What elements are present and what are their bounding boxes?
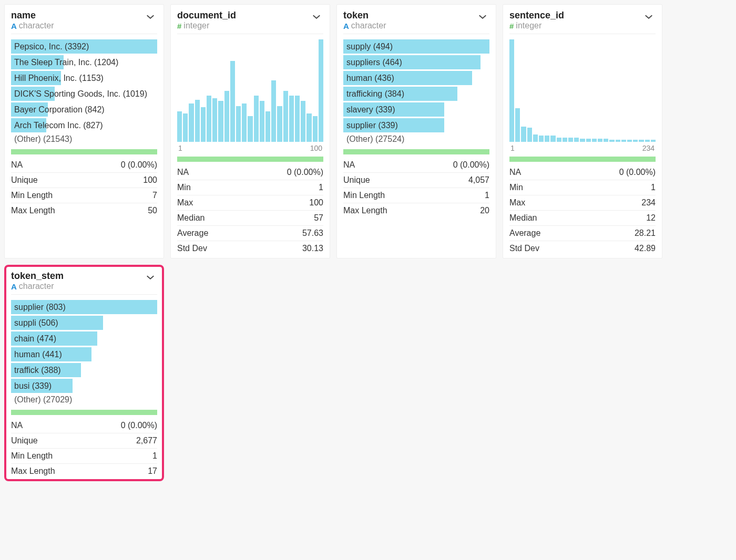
stat-label: Unique bbox=[11, 175, 38, 185]
type-label: character bbox=[19, 21, 54, 30]
value-bar[interactable]: human (441) bbox=[11, 347, 157, 361]
histogram-bar bbox=[177, 111, 182, 142]
value-bar[interactable]: Hill Phoenix, Inc. (1153) bbox=[11, 71, 157, 85]
chevron-down-icon[interactable] bbox=[642, 10, 656, 25]
bar-label: human (436) bbox=[343, 74, 394, 83]
stat-row: Average28.21 bbox=[509, 226, 656, 241]
stat-label: NA bbox=[177, 168, 189, 177]
histogram-bar bbox=[550, 136, 555, 142]
type-label: integer bbox=[516, 21, 541, 30]
stat-value: 7 bbox=[152, 191, 157, 200]
stat-value: 20 bbox=[480, 206, 489, 215]
type-label: character bbox=[351, 21, 386, 30]
histogram-bar bbox=[265, 111, 270, 142]
column-name: token bbox=[343, 10, 386, 21]
value-bar[interactable]: chain (474) bbox=[11, 331, 157, 346]
stat-label: Min bbox=[509, 183, 523, 192]
histogram-bar bbox=[201, 107, 206, 142]
stat-value: 100 bbox=[143, 175, 157, 185]
chevron-down-icon[interactable] bbox=[310, 10, 323, 25]
stat-label: Min Length bbox=[11, 451, 53, 461]
histogram-bar bbox=[509, 39, 514, 142]
stat-value: 0 (0.00%) bbox=[453, 160, 489, 170]
completeness-bar bbox=[177, 157, 323, 162]
column-card-sentence_id: sentence_id#integer1234NA0 (0.00%)Min1Ma… bbox=[503, 4, 662, 258]
histogram-bar bbox=[639, 140, 643, 142]
bar-label: Arch Telecom Inc. (827) bbox=[11, 121, 103, 130]
type-label: integer bbox=[183, 21, 209, 30]
column-name: document_id bbox=[177, 10, 236, 21]
value-bar[interactable]: suppliers (464) bbox=[343, 55, 489, 69]
histogram-bar bbox=[533, 134, 538, 142]
stat-row: Min1 bbox=[509, 180, 656, 195]
stat-row: Median57 bbox=[177, 211, 323, 226]
type-label: character bbox=[19, 282, 54, 291]
stat-label: Max Length bbox=[11, 206, 55, 215]
value-bar[interactable]: traffick (388) bbox=[11, 363, 157, 377]
stat-label: NA bbox=[509, 168, 521, 177]
axis-min: 1 bbox=[178, 144, 182, 152]
stat-value: 234 bbox=[641, 198, 656, 208]
bar-label: Hill Phoenix, Inc. (1153) bbox=[11, 74, 104, 83]
value-bar[interactable]: supply (494) bbox=[343, 39, 489, 54]
value-bar[interactable]: The Sleep Train, Inc. (1204) bbox=[11, 55, 157, 69]
value-bar-list: Pepsico, Inc. (3392)The Sleep Train, Inc… bbox=[11, 39, 157, 144]
stat-row: Average57.63 bbox=[177, 226, 323, 241]
histogram[interactable] bbox=[177, 39, 323, 142]
bar-label: human (441) bbox=[11, 350, 62, 359]
value-bar-list: supply (494)suppliers (464)human (436)tr… bbox=[343, 39, 489, 144]
value-bar[interactable]: trafficking (384) bbox=[343, 87, 489, 101]
value-bar[interactable]: suppli (506) bbox=[11, 316, 157, 330]
column-type: #integer bbox=[177, 21, 236, 30]
character-type-icon: A bbox=[343, 22, 349, 30]
value-bar[interactable]: supplier (339) bbox=[343, 118, 489, 132]
card-header: sentence_id#integer bbox=[509, 10, 656, 34]
histogram-bar bbox=[586, 139, 591, 142]
stat-row: Unique100 bbox=[11, 173, 157, 188]
stat-value: 57 bbox=[314, 213, 323, 223]
value-bar[interactable]: slavery (339) bbox=[343, 102, 489, 117]
stat-label: Average bbox=[509, 229, 540, 238]
bar-label: DICK'S Sporting Goods, Inc. (1019) bbox=[11, 89, 147, 99]
stat-row: Min Length7 bbox=[11, 188, 157, 203]
stat-value: 17 bbox=[148, 466, 157, 476]
column-type: Acharacter bbox=[343, 21, 386, 30]
histogram-bar bbox=[563, 138, 567, 142]
histogram-bar bbox=[598, 139, 602, 142]
histogram-bar bbox=[651, 140, 656, 142]
stat-row: NA0 (0.00%) bbox=[177, 165, 323, 180]
value-bar[interactable]: DICK'S Sporting Goods, Inc. (1019) bbox=[11, 87, 157, 101]
card-header: document_id#integer bbox=[177, 10, 323, 34]
histogram-bar bbox=[557, 138, 561, 142]
value-bar[interactable]: Arch Telecom Inc. (827) bbox=[11, 118, 157, 132]
histogram-bar bbox=[218, 101, 223, 142]
stats-table: NA0 (0.00%)Unique2,677Min Length1Max Len… bbox=[11, 418, 157, 479]
chevron-down-icon[interactable] bbox=[476, 10, 489, 25]
value-bar[interactable]: busi (339) bbox=[11, 379, 157, 393]
axis-max: 100 bbox=[310, 144, 322, 152]
bar-label: The Sleep Train, Inc. (1204) bbox=[11, 58, 118, 67]
value-bar[interactable]: Bayer Corporation (842) bbox=[11, 102, 157, 117]
stat-value: 30.13 bbox=[302, 244, 323, 253]
histogram-bar bbox=[313, 116, 318, 142]
chevron-down-icon[interactable] bbox=[144, 10, 157, 25]
stat-value: 1 bbox=[651, 183, 656, 192]
histogram-bar bbox=[545, 136, 549, 142]
histogram-bar bbox=[604, 139, 608, 142]
value-bar[interactable]: human (436) bbox=[343, 71, 489, 85]
stat-label: Max Length bbox=[343, 206, 387, 215]
histogram-bar bbox=[574, 138, 579, 142]
value-bar[interactable]: Pepsico, Inc. (3392) bbox=[11, 39, 157, 54]
chevron-down-icon[interactable] bbox=[144, 271, 157, 285]
stat-row: Max100 bbox=[177, 195, 323, 211]
histogram-bar bbox=[189, 103, 193, 142]
histogram[interactable] bbox=[509, 39, 656, 142]
histogram-axis: 1234 bbox=[509, 144, 656, 152]
value-bar[interactable]: supplier (803) bbox=[11, 300, 157, 314]
histogram-axis: 1100 bbox=[177, 144, 323, 152]
stat-value: 50 bbox=[148, 206, 157, 215]
histogram-bar bbox=[306, 113, 311, 142]
stat-value: 1 bbox=[152, 451, 157, 461]
histogram-bar bbox=[207, 96, 211, 142]
stat-value: 1 bbox=[319, 183, 323, 192]
